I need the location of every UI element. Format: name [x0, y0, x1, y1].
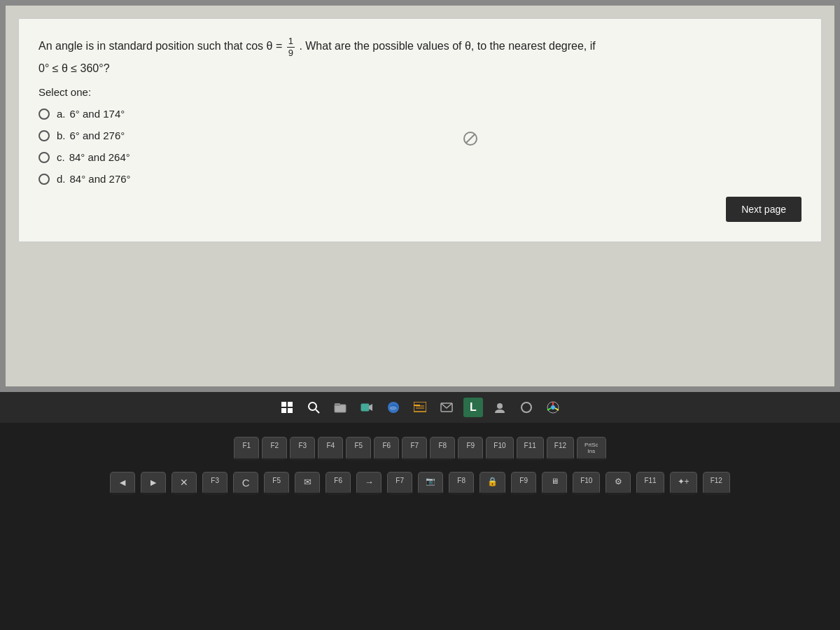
option-d-letter: d.	[57, 173, 66, 185]
key-arrow-right[interactable]: →	[356, 472, 382, 495]
option-c[interactable]: c. 84° and 264°	[38, 151, 802, 163]
key-f9[interactable]: F9	[458, 437, 483, 461]
key-f11-special[interactable]: F11	[636, 472, 664, 495]
key-f9-special[interactable]: F9	[511, 472, 536, 495]
key-f7[interactable]: F7	[402, 437, 427, 461]
key-f10[interactable]: F10	[486, 437, 513, 461]
next-page-button[interactable]: Next page	[726, 197, 802, 222]
key-lock[interactable]: 🔒	[479, 472, 505, 495]
option-a[interactable]: a. 6° and 174°	[38, 108, 802, 120]
prohibition-sign	[463, 131, 478, 146]
key-f10-special[interactable]: F10	[573, 472, 600, 495]
fraction-denominator: 9	[287, 48, 295, 59]
svg-line-21	[555, 408, 559, 410]
select-one-label: Select one:	[38, 86, 802, 98]
option-d-text: 84° and 276°	[70, 173, 131, 185]
key-f1[interactable]: F1	[234, 437, 259, 461]
screen-content: An angle is in standard position such th…	[6, 6, 834, 386]
radio-d[interactable]	[38, 174, 50, 185]
avatar-icon[interactable]	[490, 398, 510, 417]
option-a-text: 6° and 174°	[70, 108, 125, 120]
key-f5[interactable]: F5	[346, 437, 371, 461]
cos-notation: cos θ =	[246, 40, 285, 52]
quiz-card: An angle is in standard position such th…	[18, 18, 822, 242]
edge-browser-icon[interactable]	[384, 398, 403, 417]
question-text: An angle is in standard position such th…	[38, 36, 802, 58]
video-call-icon[interactable]	[357, 398, 377, 417]
svg-point-15	[497, 403, 503, 409]
function-key-row: F1 F2 F3 F4 F5 F6 F7 F8 F9 F10 F11 F12 P…	[0, 423, 840, 465]
option-b-text: 6° and 276°	[70, 130, 125, 141]
key-x[interactable]: ✕	[172, 472, 197, 495]
key-f3-special[interactable]: F3	[202, 472, 227, 495]
key-f7-special[interactable]: F7	[387, 472, 412, 495]
key-f2[interactable]: F2	[262, 437, 287, 461]
key-f12[interactable]: F12	[547, 437, 574, 461]
radio-a[interactable]	[38, 108, 50, 120]
keyboard-region: F1 F2 F3 F4 F5 F6 F7 F8 F9 F10 F11 F12 P…	[0, 423, 840, 630]
key-arrow-right-vol[interactable]: ►	[141, 472, 166, 495]
key-brightness-up[interactable]: ✦+	[670, 472, 697, 495]
key-arrow-left-vol[interactable]: ◄	[110, 472, 135, 495]
option-c-letter: c.	[57, 151, 65, 163]
key-envelope[interactable]: ✉	[295, 472, 320, 495]
taskbar: L	[0, 392, 840, 423]
key-c[interactable]: C	[233, 472, 258, 495]
key-prtsc[interactable]: PrtScIns	[577, 437, 606, 461]
search-icon[interactable]	[304, 398, 323, 417]
key-f4[interactable]: F4	[318, 437, 343, 461]
svg-point-9	[390, 406, 397, 410]
key-gear[interactable]: ⚙	[606, 472, 631, 495]
special-key-row: ◄ ► ✕ F3 C F5 ✉ F6 → F7 📷 F8 🔒 F9 🖥 F10 …	[0, 465, 840, 502]
mail-icon[interactable]	[437, 398, 456, 417]
question-part2: . What are the possible values of θ, to …	[299, 40, 595, 52]
svg-line-3	[316, 410, 319, 413]
question-part1: An angle is in standard position such th…	[38, 40, 243, 52]
key-monitor[interactable]: 🖥	[542, 472, 567, 495]
key-f11[interactable]: F11	[517, 437, 544, 461]
circle-icon[interactable]	[517, 398, 536, 417]
letter-l-icon[interactable]: L	[463, 398, 483, 417]
option-a-letter: a.	[57, 108, 66, 120]
file-manager-icon[interactable]	[410, 398, 430, 417]
file-explorer-icon[interactable]	[330, 398, 350, 417]
key-f3[interactable]: F3	[290, 437, 315, 461]
svg-rect-5	[335, 403, 340, 406]
radio-b[interactable]	[38, 130, 50, 141]
chrome-icon[interactable]	[543, 398, 563, 417]
fraction: 19	[287, 36, 295, 58]
option-c-text: 84° and 264°	[69, 151, 130, 163]
radio-c[interactable]	[38, 152, 50, 163]
svg-point-16	[522, 402, 531, 412]
fraction-numerator: 1	[287, 36, 295, 48]
svg-point-2	[309, 402, 316, 410]
option-d[interactable]: d. 84° and 276°	[38, 173, 802, 185]
svg-line-20	[547, 408, 551, 410]
option-b-letter: b.	[57, 130, 66, 141]
option-b[interactable]: b. 6° and 276°	[38, 130, 802, 141]
screen-bezel: An angle is in standard position such th…	[0, 0, 840, 392]
svg-rect-11	[414, 402, 426, 412]
svg-point-18	[551, 405, 555, 410]
key-f8[interactable]: F8	[430, 437, 455, 461]
windows-start-icon[interactable]	[277, 398, 297, 417]
options-list: a. 6° and 174° b. 6° and 276° c. 84° and…	[38, 108, 802, 185]
key-f6[interactable]: F6	[374, 437, 399, 461]
svg-marker-7	[369, 404, 372, 411]
key-f8-special[interactable]: F8	[449, 472, 474, 495]
key-f6-special[interactable]: F6	[326, 472, 351, 495]
svg-rect-6	[361, 404, 369, 411]
key-f5-special[interactable]: F5	[264, 472, 289, 495]
svg-line-1	[466, 134, 475, 143]
key-f12-special[interactable]: F12	[703, 472, 730, 495]
key-camera[interactable]: 📷	[418, 472, 443, 495]
constraint-text: 0° ≤ θ ≤ 360°?	[38, 62, 802, 75]
